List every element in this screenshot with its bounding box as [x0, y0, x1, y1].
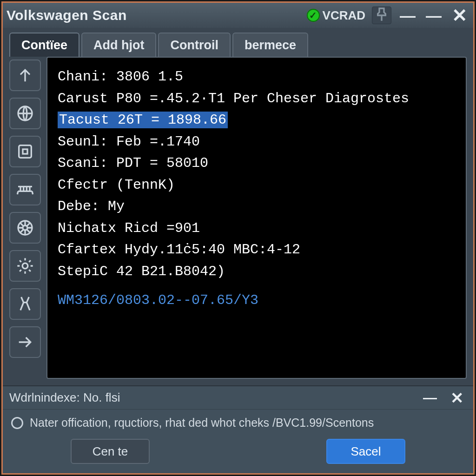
- pin-icon[interactable]: [372, 7, 391, 24]
- tab-label: Controil: [170, 38, 218, 53]
- console-line: StepiC 42 B21.B8042): [58, 261, 456, 283]
- frame-icon: [16, 142, 34, 161]
- sub-body: Nater offication, rquctiors, rhat ded wh…: [3, 410, 473, 436]
- restore-button[interactable]: —: [424, 6, 443, 25]
- wheel-icon: [16, 218, 34, 237]
- console-line: Cfectr (TennK): [58, 174, 456, 196]
- save-button[interactable]: Sacel: [326, 439, 405, 464]
- sub-title-text: Wdrlnindexe: No. flsi: [9, 390, 120, 405]
- sub-titlebar: Wdrlnindexe: No. flsi — ✕: [3, 386, 473, 410]
- console-path: WM3126/0803.02--07.65/Y3: [58, 290, 258, 311]
- arrow-right-icon: [16, 333, 34, 351]
- globe-icon: [16, 104, 34, 123]
- tab-controil[interactable]: Controil: [158, 33, 230, 57]
- console-line: Seunl: Feb =.1740: [58, 131, 456, 153]
- fork-icon: [16, 295, 34, 313]
- titlebar-right: ✓ VCRAD — — ✕: [307, 6, 469, 25]
- sub-window: Wdrlnindexe: No. flsi — ✕ Nater officati…: [3, 385, 473, 473]
- radio-icon[interactable]: [11, 417, 23, 429]
- arrow-up-icon: [16, 66, 34, 85]
- tool-arrow-up[interactable]: [9, 60, 41, 91]
- console-line: Carust P80 =.45.2·T1 Per Cheser Diagrost…: [58, 88, 456, 110]
- body-row: Chani: 3806 1.5 Carust P80 =.45.2·T1 Per…: [3, 57, 473, 385]
- tab-label: bermece: [245, 38, 296, 53]
- highlighted-text: Tacust 26T = 1898.66: [58, 112, 228, 128]
- svg-point-5: [22, 263, 28, 269]
- status-chip: ✓ VCRAD: [307, 8, 365, 23]
- center-button[interactable]: Cen te: [71, 439, 150, 464]
- button-row: Cen te Sacel: [3, 436, 473, 473]
- svg-point-4: [23, 225, 27, 230]
- button-label: Sacel: [350, 444, 381, 459]
- tab-contiee[interactable]: Contïee: [9, 33, 79, 57]
- tool-frame[interactable]: [9, 136, 41, 167]
- check-icon: ✓: [307, 9, 320, 22]
- console-line: Chani: 3806 1.5: [58, 66, 456, 88]
- window-title: Volkswagen Scan: [7, 7, 127, 23]
- console-line: Scani: PDT = 58010: [58, 152, 456, 174]
- side-toolbar: [9, 57, 42, 379]
- sub-close-button[interactable]: ✕: [447, 388, 467, 408]
- status-label: VCRAD: [323, 8, 365, 23]
- sub-message: Nater offication, rquctiors, rhat ded wh…: [30, 416, 374, 430]
- svg-rect-2: [23, 149, 27, 154]
- console-line: Nichatx Ricd =901: [58, 218, 456, 239]
- gear-icon: [16, 257, 34, 275]
- console-line: Debe: My: [58, 196, 456, 218]
- tool-globe[interactable]: [9, 98, 41, 129]
- app-window: Volkswagen Scan ✓ VCRAD — — ✕ Contïee Ad…: [1, 1, 475, 475]
- tab-label: Add hjot: [93, 38, 144, 53]
- tool-gear[interactable]: [9, 250, 41, 282]
- tool-bridge[interactable]: [9, 174, 41, 205]
- console-line-highlight: Tacust 26T = 1898.66: [58, 109, 456, 131]
- minimize-button[interactable]: —: [398, 6, 417, 25]
- tab-label: Contïee: [21, 38, 67, 53]
- titlebar: Volkswagen Scan ✓ VCRAD — — ✕: [3, 3, 473, 28]
- console-output[interactable]: Chani: 3806 1.5 Carust P80 =.45.2·T1 Per…: [46, 57, 467, 379]
- console-line: Cfartex Hydy.11ċ5:40 MBC:4-12: [58, 239, 456, 261]
- sub-titlebar-right: — ✕: [420, 388, 467, 408]
- tab-bermece[interactable]: bermece: [232, 33, 308, 57]
- tab-row: Contïee Add hjot Controil bermece: [3, 28, 473, 57]
- bridge-icon: [16, 180, 34, 199]
- tool-wheel[interactable]: [9, 212, 41, 244]
- tab-add-hjot[interactable]: Add hjot: [81, 33, 156, 57]
- tool-fork[interactable]: [9, 288, 41, 320]
- sub-minimize-button[interactable]: —: [420, 388, 440, 408]
- button-label: Cen te: [93, 444, 128, 459]
- close-button[interactable]: ✕: [450, 6, 469, 25]
- svg-rect-1: [19, 145, 32, 158]
- tool-arrow-right[interactable]: [9, 326, 41, 358]
